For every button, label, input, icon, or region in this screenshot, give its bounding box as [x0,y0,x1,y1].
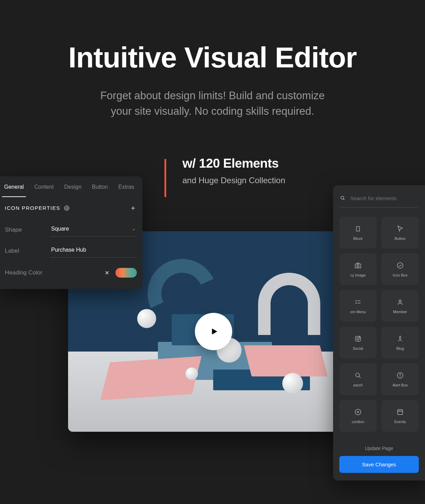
element-icon-box[interactable]: Icon Box [381,253,419,285]
element-label: om Menu [350,310,366,314]
calendar-icon [396,408,404,416]
element-label: Icon Box [393,273,408,277]
pen-icon [396,335,404,343]
element-label: earch [353,383,363,387]
label-input[interactable] [51,247,135,253]
element-label: Social [353,346,363,351]
tab-extras[interactable]: Extras [116,184,136,197]
element-text-block[interactable]: Block [339,217,377,249]
search-input[interactable] [350,195,418,201]
element-events[interactable]: Events [381,400,419,432]
element-alert-box[interactable]: Alert Box [381,363,419,395]
chevron-down-icon: ⌄ [132,226,135,231]
section-title: ICON PROPERTIES [5,205,60,211]
svg-point-7 [357,338,359,340]
svg-point-4 [397,263,403,269]
shape-label: Shape [5,226,50,233]
svg-rect-2 [355,264,361,268]
shape-select[interactable]: Square ⌄ [50,223,137,236]
clear-color-icon[interactable]: ✕ [105,270,109,276]
element-label: Member [393,310,407,314]
search-icon [340,195,346,201]
save-changes-button[interactable]: Save Changes [339,456,419,473]
help-icon[interactable]: ? [64,205,69,211]
element-label: Button [395,236,406,241]
svg-point-9 [356,373,359,377]
page-title: Intuitive Visual Editor [0,41,425,74]
element-search[interactable]: earch [339,363,377,395]
list-check-icon [354,298,362,306]
play-icon [210,327,219,336]
svg-line-1 [343,199,344,200]
label-label: Label [5,248,50,254]
svg-point-3 [357,265,359,267]
accent-bar [164,159,166,197]
element-custom-menu[interactable]: om Menu [339,290,377,322]
element-social[interactable]: Social [339,327,377,358]
tab-content[interactable]: Content [32,184,56,197]
check-circle-icon [396,261,404,270]
cursor-icon [396,225,404,233]
camera-icon [354,261,362,270]
element-label: Events [394,420,406,424]
user-icon [396,298,404,306]
instagram-icon [354,335,362,343]
element-label: Blog [396,346,404,351]
page-subtitle: Forget about design limits! Build and cu… [0,88,425,119]
tab-general[interactable]: General [2,184,26,197]
tab-button[interactable]: Button [90,184,110,197]
plus-circle-icon [354,408,362,416]
properties-panel: General Content Design Button Extras ICO… [0,176,142,289]
svg-point-13 [400,374,400,374]
svg-point-5 [399,300,401,302]
element-label: Block [353,236,363,241]
add-icon[interactable]: ＋ [130,203,137,213]
elements-count-title: w/ 120 Elements [182,156,285,171]
play-button[interactable] [195,313,232,350]
svg-rect-17 [398,410,403,415]
element-label: cy Image [350,273,366,277]
tab-design[interactable]: Design [62,184,84,197]
info-icon [396,371,404,380]
element-accordion[interactable]: cordion [339,400,377,432]
element-button[interactable]: Button [381,217,419,249]
update-page-link[interactable]: Update Page [339,441,419,456]
element-member[interactable]: Member [381,290,419,322]
heading-color-label: Heading Color [5,269,50,276]
element-blog[interactable]: Blog [381,327,419,358]
color-swatch[interactable] [115,268,137,278]
svg-line-10 [359,376,361,378]
svg-point-8 [359,337,360,338]
element-fancy-image[interactable]: cy Image [339,253,377,285]
text-block-icon [354,225,362,233]
element-label: cordion [352,420,364,424]
elements-panel: Block Button cy Image Icon Box om Menu [333,185,425,480]
elements-count-subtitle: and Huge Design Collection [182,176,285,185]
magnifier-icon [354,371,362,380]
element-label: Alert Box [393,383,408,387]
